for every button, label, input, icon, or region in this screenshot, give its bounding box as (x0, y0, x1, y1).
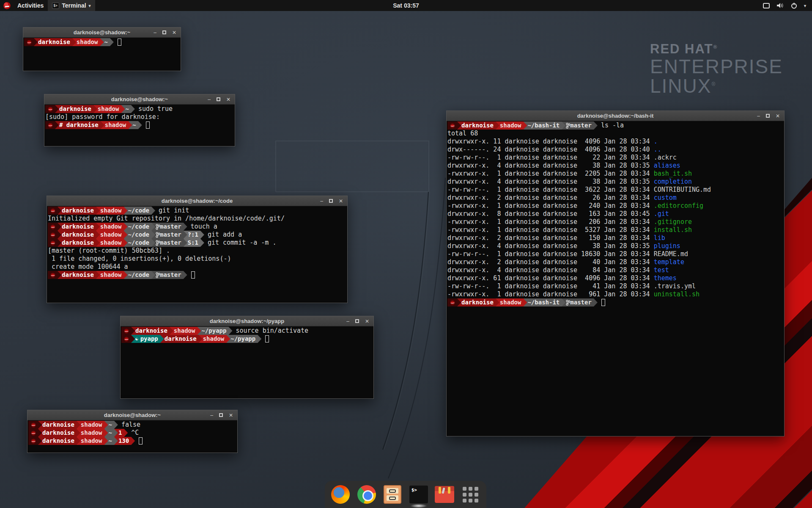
file-list-row: drwxrwxr-x. 2 darknoise darknoise 40 Jan… (447, 258, 783, 266)
window-title: darknoise@shadow:~/pyapp (121, 318, 373, 324)
distro-icon (450, 300, 455, 305)
maximize-button[interactable] (217, 97, 220, 101)
file-list-row: drwxrwxr-x. 4 darknoise darknoise 38 Jan… (447, 162, 783, 170)
minimize-button[interactable]: – (757, 113, 760, 119)
prompt-segment-user: # darknoise (55, 121, 104, 129)
file-name: uninstall.sh (654, 290, 700, 298)
prompt-segment-user: darknoise (38, 421, 80, 429)
prompt-segment-user: darknoise (58, 223, 100, 231)
dock-item-files[interactable] (382, 484, 403, 505)
prompt-segment-user: darknoise (38, 437, 80, 445)
file-list-row: -rw-rw-r--. 1 darknoise darknoise 18630 … (447, 250, 783, 258)
dock-item-firefox[interactable] (330, 484, 351, 505)
prompt-line: darknoiseshadow~/pyappsource bin/activat… (121, 327, 373, 335)
files-icon (384, 485, 401, 504)
distro-icon (31, 439, 36, 444)
registered-mark: ® (713, 44, 718, 50)
window-title: darknoise@shadow:~/bash-it (447, 113, 784, 119)
terminal-window[interactable]: darknoise@shadow:~/code–✕darknoiseshadow… (47, 196, 348, 303)
dock-item-terminal[interactable]: $> (409, 484, 429, 505)
command-text: sudo true (138, 105, 173, 113)
dock-item-toolbox[interactable] (434, 484, 455, 505)
file-list-row: -rw-rw-r--. 1 darknoise darknoise 41 Jan… (447, 282, 783, 290)
close-button[interactable]: ✕ (365, 319, 369, 324)
dock-item-app-grid[interactable] (461, 484, 481, 505)
prompt-line: darknoiseshadow~ (24, 38, 180, 46)
prompt-line: darknoiseshadow~1^C (28, 429, 236, 437)
prompt-segment-host: shadow (199, 335, 230, 343)
terminal-window[interactable]: darknoise@shadow:~–✕darknoiseshadow~ (23, 27, 181, 71)
prompt-segment-user: darknoise (457, 121, 499, 130)
distro-icon (124, 337, 129, 342)
close-button[interactable]: ✕ (226, 97, 230, 102)
prompt-line: darknoiseshadow~/codemaster?:1git add a (48, 231, 346, 239)
git-branch-icon (156, 272, 160, 278)
terminal-body[interactable]: darknoiseshadow~/pyappsource bin/activat… (121, 326, 373, 343)
terminal-window[interactable]: darknoise@shadow:~/pyapp–✕darknoiseshado… (120, 316, 374, 399)
terminal-output-line: [sudo] password for darknoise: (45, 113, 234, 121)
prompt-line: darknoiseshadow~false (28, 421, 236, 429)
terminal-body[interactable]: darknoiseshadow~sudo true[sudo] password… (44, 105, 235, 130)
chevron-down-icon: ▾ (89, 3, 91, 8)
terminal-body[interactable]: darknoiseshadow~/codegit initInitialized… (47, 206, 347, 279)
git-branch-icon (156, 240, 160, 246)
close-button[interactable]: ✕ (339, 199, 343, 204)
close-button[interactable]: ✕ (172, 30, 176, 35)
prompt-segment-host: shadow (496, 298, 527, 306)
prompt-line: darknoiseshadow~/codemastertouch a (48, 223, 346, 231)
terminal-window[interactable]: darknoise@shadow:~–✕darknoiseshadow~sudo… (44, 94, 235, 146)
terminal-output-line: create mode 100644 a (48, 263, 346, 271)
prompt-segment-path: ~/code (123, 271, 155, 279)
minimize-button[interactable]: – (320, 199, 323, 204)
window-titlebar[interactable]: darknoise@shadow:~/code–✕ (47, 196, 347, 206)
file-list-row: drwxrwxr-x. 2 darknoise darknoise 26 Jan… (447, 194, 783, 202)
dock-item-chrome[interactable] (357, 484, 377, 505)
command-text: touch a (191, 223, 217, 231)
distro-icon (48, 107, 53, 112)
app-menu-terminal[interactable]: $> Terminal ▾ (48, 0, 95, 11)
window-buttons: –✕ (208, 97, 235, 102)
minimize-button[interactable]: – (154, 30, 156, 35)
prompt-segment-path: ~/bash-it (523, 298, 565, 306)
window-titlebar[interactable]: darknoise@shadow:~/pyapp–✕ (121, 316, 373, 326)
window-titlebar[interactable]: darknoise@shadow:~–✕ (44, 94, 235, 105)
prompt-segment-user: darknoise (58, 271, 100, 279)
clock[interactable]: Sat 03:57 (0, 2, 812, 9)
terminal-window[interactable]: darknoise@shadow:~–✕darknoiseshadow~fals… (27, 410, 238, 453)
window-titlebar[interactable]: darknoise@shadow:~–✕ (27, 410, 237, 420)
maximize-button[interactable] (329, 199, 333, 203)
window-titlebar[interactable]: darknoise@shadow:~/bash-it–✕ (447, 111, 784, 121)
file-list-row: -rwxrwxr-x. 1 darknoise darknoise 2205 J… (447, 170, 783, 178)
file-name: install.sh (654, 226, 692, 234)
maximize-button[interactable] (219, 413, 223, 417)
system-status-area[interactable]: ▾ (763, 3, 812, 9)
terminal-body[interactable]: darknoiseshadow~falsedarknoiseshadow~1^C… (27, 420, 237, 445)
prompt-segment-host: shadow (96, 231, 128, 239)
terminal-body[interactable]: darknoiseshadow~/bash-itmasterls -latota… (447, 121, 784, 307)
terminal-mini-icon: $> (52, 3, 59, 9)
maximize-button[interactable] (355, 319, 359, 323)
prompt-segment-host: shadow (101, 121, 132, 129)
prompt-segment-git: master (151, 231, 187, 239)
maximize-button[interactable] (766, 114, 770, 118)
file-name: .. (654, 146, 661, 153)
file-list-row: drwx------. 24 darknoise darknoise 4096 … (447, 146, 783, 154)
file-name: .gitignore (654, 218, 692, 226)
minimize-button[interactable]: – (346, 319, 349, 324)
chrome-icon (357, 485, 376, 504)
prompt-line: darknoiseshadow~130 (28, 437, 236, 445)
window-buttons: –✕ (210, 413, 237, 418)
prompt-line: darknoiseshadow~/bash-itmaster (447, 298, 783, 306)
prompt-segment-host: shadow (96, 271, 128, 279)
minimize-button[interactable]: – (210, 413, 213, 418)
git-branch-icon (156, 224, 160, 230)
terminal-window[interactable]: darknoise@shadow:~/bash-it–✕darknoisesha… (446, 110, 785, 436)
window-titlebar[interactable]: darknoise@shadow:~–✕ (23, 28, 181, 38)
close-button[interactable]: ✕ (229, 413, 233, 418)
minimize-button[interactable]: – (208, 97, 211, 102)
git-branch-icon (156, 232, 160, 238)
activities-button[interactable]: Activities (13, 0, 48, 11)
terminal-body[interactable]: darknoiseshadow~ (23, 38, 181, 47)
maximize-button[interactable] (162, 30, 166, 34)
close-button[interactable]: ✕ (776, 113, 780, 119)
